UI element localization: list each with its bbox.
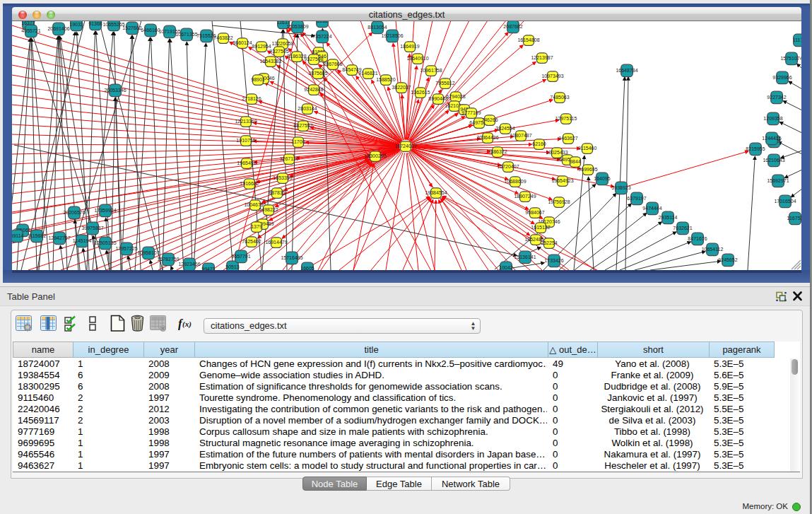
- svg-text:10807487: 10807487: [510, 133, 531, 138]
- svg-text:10961758: 10961758: [420, 68, 442, 73]
- svg-text:16053809: 16053809: [286, 24, 308, 29]
- svg-text:9777169: 9777169: [461, 110, 481, 115]
- svg-text:1733426: 1733426: [544, 258, 563, 263]
- svg-text:18724007: 18724007: [394, 144, 416, 148]
- svg-text:17957225: 17957225: [115, 246, 137, 251]
- svg-text:8813054: 8813054: [367, 25, 387, 30]
- svg-text:3822037: 3822037: [392, 85, 411, 90]
- svg-text:10688609: 10688609: [504, 179, 526, 184]
- svg-text:5938923: 5938923: [611, 185, 630, 190]
- svg-text:9657791: 9657791: [231, 254, 250, 259]
- svg-text:1379: 1379: [251, 224, 262, 229]
- svg-text:10655265: 10655265: [102, 22, 124, 27]
- svg-text:19033: 19033: [69, 22, 83, 27]
- svg-text:1527602: 1527602: [122, 25, 141, 30]
- svg-text:18300295: 18300295: [364, 153, 386, 158]
- svg-text:9844: 9844: [570, 159, 581, 164]
- svg-text:20053346: 20053346: [104, 88, 126, 93]
- svg-text:3824554: 3824554: [495, 126, 514, 131]
- svg-text:2803144: 2803144: [298, 106, 317, 111]
- svg-text:20364436: 20364436: [476, 135, 498, 140]
- svg-text:19384554: 19384554: [425, 190, 447, 195]
- svg-text:2087682: 2087682: [503, 24, 522, 29]
- svg-text:16543382: 16543382: [259, 59, 281, 64]
- svg-text:9245652: 9245652: [718, 257, 737, 262]
- svg-text:1145194: 1145194: [73, 238, 92, 243]
- svg-text:12213987: 12213987: [531, 55, 553, 60]
- svg-text:10958107: 10958107: [137, 250, 159, 255]
- svg-text:8427552: 8427552: [293, 123, 312, 128]
- svg-text:12505135: 12505135: [94, 240, 116, 245]
- svg-text:39975887: 39975887: [81, 226, 103, 230]
- svg-text:9327508: 9327508: [304, 57, 323, 62]
- svg-text:91368: 91368: [88, 21, 102, 26]
- svg-text:16210643: 16210643: [763, 158, 784, 163]
- svg-text:746266: 746266: [481, 117, 498, 122]
- svg-text:9227342: 9227342: [767, 95, 786, 100]
- svg-text:(x): (x): [182, 320, 192, 329]
- svg-text:7886372: 7886372: [488, 149, 507, 154]
- svg-text:1115682: 1115682: [28, 233, 46, 238]
- svg-text:19756928: 19756928: [548, 199, 570, 204]
- svg-text:6466160: 6466160: [141, 28, 160, 33]
- svg-text:9146821: 9146821: [358, 71, 377, 76]
- svg-text:252254: 252254: [541, 240, 557, 245]
- svg-text:15692971: 15692971: [767, 178, 789, 183]
- svg-text:9084067: 9084067: [525, 210, 544, 215]
- svg-text:7357224: 7357224: [312, 34, 331, 39]
- svg-text:6794028: 6794028: [446, 94, 465, 99]
- svg-text:1916682: 1916682: [240, 181, 259, 186]
- svg-text:16648784: 16648784: [616, 68, 637, 73]
- svg-text:1965492: 1965492: [237, 160, 256, 165]
- svg-text:11173: 11173: [793, 37, 801, 42]
- svg-text:1244415: 1244415: [762, 136, 781, 141]
- svg-text:4055721: 4055721: [21, 28, 40, 33]
- svg-text:39114: 39114: [12, 233, 24, 238]
- svg-text:15751074: 15751074: [780, 56, 801, 61]
- svg-text:10046755: 10046755: [244, 202, 266, 207]
- svg-text:12942757: 12942757: [48, 235, 70, 240]
- svg-text:1588520: 1588520: [376, 77, 395, 82]
- svg-text:16154808: 16154808: [517, 37, 539, 42]
- svg-text:19654923: 19654923: [551, 178, 573, 183]
- svg-text:98901: 98901: [251, 77, 265, 82]
- svg-text:8132: 8132: [317, 21, 328, 23]
- svg-text:5498222: 5498222: [259, 207, 278, 212]
- svg-text:7463822: 7463822: [213, 35, 233, 40]
- svg-text:17016504: 17016504: [774, 199, 796, 204]
- svg-text:1209358: 1209358: [763, 116, 782, 121]
- svg-text:13226058: 13226058: [271, 41, 293, 46]
- svg-text:7625402: 7625402: [242, 239, 261, 244]
- svg-text:16914479: 16914479: [265, 240, 287, 245]
- svg-text:8215955: 8215955: [746, 146, 765, 151]
- svg-text:8660124: 8660124: [233, 40, 252, 45]
- svg-text:12975115: 12975115: [555, 116, 577, 121]
- svg-text:9242848: 9242848: [304, 87, 323, 92]
- svg-text:10973493: 10973493: [541, 74, 563, 78]
- svg-text:7955812: 7955812: [435, 81, 454, 86]
- svg-text:16782759: 16782759: [157, 257, 179, 262]
- svg-text:11700: 11700: [292, 139, 305, 144]
- svg-text:10654112: 10654112: [702, 247, 724, 252]
- svg-text:1362615: 1362615: [411, 90, 430, 95]
- svg-text:12923466: 12923466: [178, 262, 200, 267]
- svg-text:9699695: 9699695: [578, 167, 597, 172]
- svg-text:8990448: 8990448: [428, 96, 447, 101]
- svg-text:7485063: 7485063: [550, 95, 569, 100]
- svg-text:9329966: 9329966: [772, 75, 792, 80]
- svg-text:2867608: 2867608: [323, 62, 342, 66]
- svg-text:9115460: 9115460: [578, 146, 597, 151]
- svg-text:20206576: 20206576: [63, 210, 85, 215]
- svg-text:1910755: 1910755: [236, 138, 255, 143]
- svg-text:10671355: 10671355: [175, 32, 197, 37]
- svg-text:1353359: 1353359: [273, 175, 292, 180]
- svg-text:6379197: 6379197: [627, 196, 646, 201]
- svg-text:1615132: 1615132: [531, 225, 550, 230]
- svg-text:15136141: 15136141: [514, 255, 536, 259]
- svg-text:17359924: 17359924: [94, 208, 116, 213]
- svg-text:9327505: 9327505: [269, 49, 288, 54]
- svg-text:2935114: 2935114: [659, 215, 678, 220]
- svg-text:50513: 50513: [225, 264, 240, 269]
- svg-text:3267110: 3267110: [280, 156, 299, 161]
- svg-text:2718126: 2718126: [242, 96, 261, 101]
